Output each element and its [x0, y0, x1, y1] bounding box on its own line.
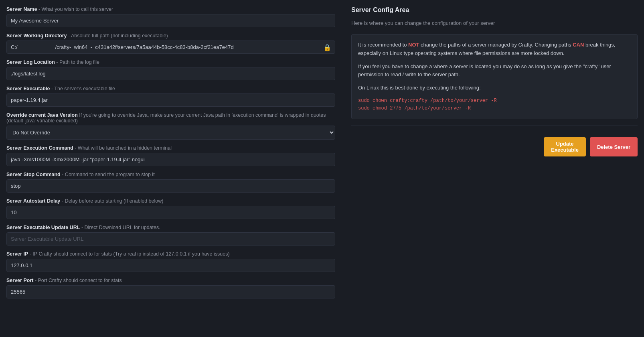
working-dir-input[interactable]	[6, 41, 335, 54]
server-name-input[interactable]	[6, 14, 335, 27]
update-url-input[interactable]	[6, 232, 335, 246]
code-line-1: sudo chown crafty:crafty /path/to/your/s…	[358, 97, 631, 105]
code-block: sudo chown crafty:crafty /path/to/your/s…	[358, 97, 631, 112]
right-panel: Server Config Area Here is where you can…	[343, 6, 638, 331]
execution-cmd-input[interactable]	[6, 153, 335, 166]
execution-cmd-label: Server Execution Command - What will be …	[6, 145, 335, 151]
update-executable-button[interactable]: UpdateExecutable	[544, 137, 586, 156]
java-override-group: Override current Java Version If you're …	[6, 112, 335, 140]
info-paragraph-3-label: On Linux this is best done by executing …	[358, 84, 631, 92]
autostart-delay-group: Server Autostart Delay - Delay before au…	[6, 198, 335, 219]
action-buttons: UpdateExecutable Delete Server	[351, 137, 638, 156]
java-override-label: Override current Java Version If you're …	[6, 112, 335, 124]
log-location-label: Server Log Location - Path to the log fi…	[6, 59, 335, 65]
lock-icon: 🔒	[323, 43, 331, 51]
autostart-delay-label: Server Autostart Delay - Delay before au…	[6, 198, 335, 204]
log-location-input[interactable]	[6, 67, 335, 80]
server-port-label: Server Port - Port Crafty should connect…	[6, 278, 335, 283]
server-name-group: Server Name - What you wish to call this…	[6, 6, 335, 27]
stop-cmd-group: Server Stop Command - Command to send th…	[6, 172, 335, 193]
log-location-group: Server Log Location - Path to the log fi…	[6, 59, 335, 80]
executable-label: Server Executable - The server's executa…	[6, 86, 335, 91]
execution-cmd-group: Server Execution Command - What will be …	[6, 145, 335, 166]
config-area-subtitle: Here is where you can change the configu…	[351, 20, 638, 26]
config-area-title: Server Config Area	[351, 6, 638, 15]
stop-cmd-input[interactable]	[6, 179, 335, 193]
java-override-select[interactable]: Do Not Override	[6, 126, 335, 140]
info-box: It is recommended to NOT change the path…	[351, 34, 638, 119]
server-ip-input[interactable]	[6, 259, 335, 272]
info-paragraph-1: It is recommended to NOT change the path…	[358, 41, 631, 58]
divider	[351, 126, 638, 126]
working-dir-group: Server Working Directory - Absolute full…	[6, 33, 335, 54]
update-url-group: Server Executable Update URL - Direct Do…	[6, 225, 335, 246]
delete-server-button[interactable]: Delete Server	[590, 137, 638, 156]
server-port-input[interactable]	[6, 285, 335, 298]
autostart-delay-input[interactable]	[6, 206, 335, 219]
server-port-group: Server Port - Port Crafty should connect…	[6, 278, 335, 298]
left-panel: Server Name - What you wish to call this…	[6, 6, 335, 331]
update-url-label: Server Executable Update URL - Direct Do…	[6, 225, 335, 230]
executable-input[interactable]	[6, 93, 335, 107]
code-line-2: sudo chmod 2775 /path/to/your/server -R	[358, 105, 631, 112]
server-ip-label: Server IP - IP Crafty should connect to …	[6, 251, 335, 257]
server-ip-group: Server IP - IP Crafty should connect to …	[6, 251, 335, 272]
working-dir-input-wrapper: 🔒	[6, 41, 335, 54]
info-paragraph-2: If you feel you have to change a where a…	[358, 63, 631, 79]
stop-cmd-label: Server Stop Command - Command to send th…	[6, 172, 335, 177]
executable-group: Server Executable - The server's executa…	[6, 86, 335, 107]
server-name-label: Server Name - What you wish to call this…	[6, 6, 335, 12]
working-dir-label: Server Working Directory - Absolute full…	[6, 33, 335, 39]
